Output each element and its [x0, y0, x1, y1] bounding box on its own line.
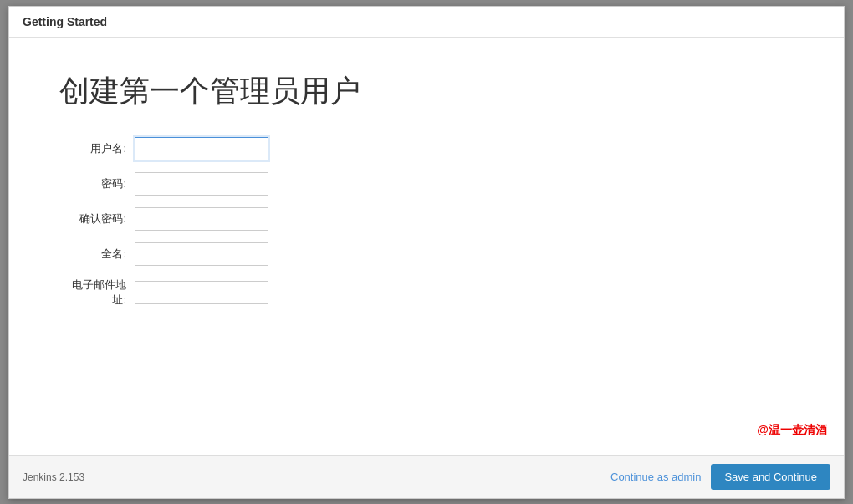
password-group: 密码: — [59, 172, 794, 196]
confirm-password-group: 确认密码: — [59, 207, 794, 231]
continue-as-admin-button[interactable]: Continue as admin — [610, 471, 701, 483]
email-label: 电子邮件地址: — [59, 277, 126, 308]
footer-actions: Continue as admin Save and Continue — [610, 464, 830, 490]
username-group: 用户名: — [59, 137, 794, 160]
username-input[interactable] — [135, 137, 268, 160]
main-window: Getting Started 创建第一个管理员用户 用户名: 密码: 确认密码… — [8, 6, 845, 499]
version-label: Jenkins 2.153 — [23, 471, 84, 483]
fullname-label: 全名: — [59, 247, 126, 262]
email-input[interactable] — [135, 281, 268, 304]
window-content: 创建第一个管理员用户 用户名: 密码: 确认密码: 全名: 电子邮件地址: @温… — [9, 38, 844, 455]
confirm-password-label: 确认密码: — [59, 211, 126, 227]
fullname-group: 全名: — [59, 242, 794, 266]
email-group: 电子邮件地址: — [59, 277, 794, 308]
confirm-password-input[interactable] — [135, 207, 268, 231]
window-title: Getting Started — [23, 15, 107, 28]
password-input[interactable] — [135, 172, 268, 196]
watermark: @温一壶清酒 — [757, 423, 827, 438]
fullname-input[interactable] — [135, 242, 268, 266]
page-title: 创建第一个管理员用户 — [59, 71, 794, 112]
window-header: Getting Started — [9, 7, 844, 38]
window-footer: Jenkins 2.153 Continue as admin Save and… — [9, 455, 844, 498]
username-label: 用户名: — [59, 141, 126, 156]
password-label: 密码: — [59, 176, 126, 191]
save-and-continue-button[interactable]: Save and Continue — [711, 464, 830, 490]
